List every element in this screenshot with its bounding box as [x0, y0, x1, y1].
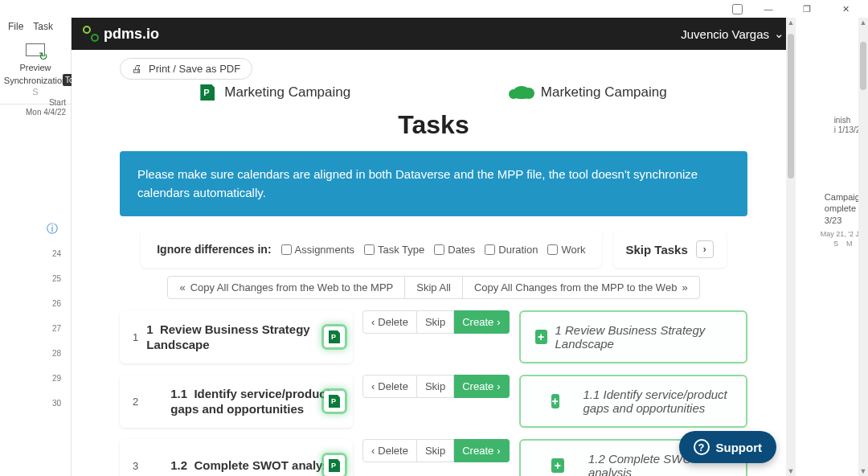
task-actions: ‹DeleteSkipCreate›: [362, 439, 510, 465]
bulk-actions: «Copy All Changes from the Web to the MP…: [120, 276, 747, 299]
user-name: Juvencio Vargas: [681, 27, 769, 41]
preview-sync-icon: ↻: [24, 42, 47, 61]
copy-all-web-to-mpp-button[interactable]: «Copy All Changes from the Web to the MP…: [167, 276, 405, 299]
cloud-icon: [512, 86, 531, 99]
double-chevron-right-icon: »: [682, 281, 687, 293]
task-row: 31.2 Complete SWOT analysis‹DeleteSkipCr…: [120, 439, 747, 476]
print-label: Print / Save as PDF: [149, 63, 240, 75]
web-task-title: 1 Review Business Strategy Landscape: [555, 323, 731, 351]
brand-logo-icon: [83, 26, 99, 42]
timeline-start: StartMon 4/4/22: [26, 98, 66, 117]
chevron-right-icon: ›: [497, 380, 500, 392]
print-save-pdf-button[interactable]: 🖨 Print / Save as PDF: [120, 58, 252, 80]
dialog-scroll-thumb[interactable]: [788, 34, 794, 178]
titlebar-option[interactable]: [732, 4, 743, 14]
dialog-topbar: pdms.io Juvencio Vargas ⌄: [72, 18, 796, 50]
ribbon: File Task ↻ Preview Synchronization S TI…: [0, 18, 72, 476]
mpp-task-card: 31.2 Complete SWOT analysis: [120, 439, 353, 476]
chevron-left-icon: ‹: [371, 380, 375, 392]
ignore-tasktype[interactable]: Task Type: [364, 244, 424, 256]
dialog-scroll-up-icon[interactable]: ▲: [786, 18, 796, 27]
task-index: 2: [133, 396, 138, 408]
mpp-task-card: 21.1 Identify service/product gaps and o…: [120, 375, 353, 428]
plus-icon: +: [535, 330, 547, 344]
ms-project-badge: [324, 455, 345, 476]
ribbon-preview-label2: Synchronization S: [0, 76, 71, 98]
ignore-work-checkbox[interactable]: [547, 244, 558, 255]
window-restore-icon[interactable]: ❐: [794, 4, 820, 14]
web-task-title: 1.1 Identify service/product gaps and op…: [583, 388, 732, 415]
support-label: Support: [716, 441, 763, 454]
chevron-right-icon: ›: [497, 445, 500, 457]
ribbon-tab-task[interactable]: Task: [33, 21, 53, 32]
skip-button[interactable]: Skip: [417, 310, 454, 334]
sync-dialog: pdms.io Juvencio Vargas ⌄ 🖨 Print / Save…: [72, 18, 796, 476]
ignore-differences-card: Ignore differences in: Assignments Task …: [141, 231, 601, 268]
dialog-scrollbar[interactable]: ▲ ▼: [786, 18, 796, 476]
plus-icon: +: [551, 458, 564, 473]
task-title: 1.1 Identify service/product gaps and op…: [146, 386, 340, 417]
skip-tasks-card: Skip Tasks ›: [613, 231, 727, 268]
skip-tasks-label: Skip Tasks: [626, 243, 688, 256]
mpp-campaign: Marketing Campaing: [200, 84, 350, 101]
window-min-icon[interactable]: —: [755, 4, 781, 14]
ignore-duration[interactable]: Duration: [485, 244, 538, 256]
ignore-duration-checkbox[interactable]: [485, 244, 495, 255]
mpp-task-card: 11 Review Business Strategy Landscape: [120, 310, 353, 363]
ignore-assignments-checkbox[interactable]: [281, 244, 292, 255]
task-title: 1 Review Business Strategy Landscape: [146, 322, 340, 353]
gantt-row-numbers: 24252627282930: [21, 241, 61, 416]
create-button[interactable]: Create›: [454, 439, 509, 462]
skip-tasks-next-button[interactable]: ›: [696, 240, 714, 258]
create-button[interactable]: Create›: [454, 375, 509, 398]
task-index: 3: [133, 460, 138, 472]
calendar-warning: Please make sure calendars are aligned i…: [120, 151, 747, 216]
outer-scrollbar[interactable]: ▲ ▼: [858, 18, 868, 476]
web-task-card: +1 Review Business Strategy Landscape: [519, 310, 747, 363]
delete-button[interactable]: ‹Delete: [362, 310, 417, 334]
page-title: Tasks: [120, 110, 747, 140]
delete-button[interactable]: ‹Delete: [362, 439, 417, 462]
brand: pdms.io: [83, 26, 159, 43]
ignore-dates-checkbox[interactable]: [434, 244, 444, 255]
ms-project-icon: [329, 395, 340, 408]
ms-project-icon: [200, 84, 215, 101]
skip-all-button[interactable]: Skip All: [405, 276, 463, 299]
main-area: inishi 1/13/23 Campaignomplete3/23 May 2…: [72, 18, 868, 476]
skip-button[interactable]: Skip: [417, 439, 454, 462]
user-menu[interactable]: Juvencio Vargas ⌄: [681, 27, 784, 41]
ignore-dates[interactable]: Dates: [434, 244, 475, 256]
os-titlebar: — ❐ ✕: [0, 0, 868, 18]
ignore-work[interactable]: Work: [547, 244, 585, 256]
web-campaign: Marketing Campaing: [512, 84, 667, 101]
scroll-thumb[interactable]: [860, 42, 866, 90]
ignore-assignments[interactable]: Assignments: [281, 244, 354, 256]
skip-button[interactable]: Skip: [417, 375, 454, 398]
create-button[interactable]: Create›: [454, 310, 509, 334]
dialog-scroll-down-icon[interactable]: ▼: [786, 466, 796, 476]
copy-all-mpp-to-web-button[interactable]: Copy All Changes from the MPP to the Web…: [463, 276, 700, 299]
titlebar-checkbox[interactable]: [732, 4, 743, 14]
double-chevron-left-icon: «: [179, 281, 185, 293]
brand-text: pdms.io: [104, 26, 159, 43]
plus-icon: +: [551, 394, 559, 408]
ignore-tasktype-checkbox[interactable]: [364, 244, 375, 255]
window-close-icon[interactable]: ✕: [833, 4, 858, 14]
info-icon[interactable]: ⓘ: [47, 222, 58, 236]
delete-button[interactable]: ‹Delete: [362, 375, 417, 398]
task-index: 1: [133, 331, 138, 343]
scroll-down-icon[interactable]: ▼: [858, 466, 868, 476]
ribbon-tab-file[interactable]: File: [8, 21, 23, 32]
chevron-left-icon: ‹: [371, 445, 375, 457]
scroll-up-icon[interactable]: ▲: [858, 18, 868, 27]
web-campaign-name: Marketing Campaing: [541, 84, 667, 101]
mpp-campaign-name: Marketing Campaing: [224, 84, 350, 101]
ribbon-preview-sync-button[interactable]: ↻ Preview Synchronization S: [0, 35, 71, 97]
ms-project-icon: [329, 330, 340, 343]
task-title: 1.2 Complete SWOT analysis: [146, 458, 339, 474]
task-actions: ‹DeleteSkipCreate›: [362, 310, 510, 336]
bg-date-header: May 21, '2 Ju: [821, 230, 863, 238]
support-icon: ?: [694, 439, 710, 455]
support-button[interactable]: ? Support: [679, 431, 777, 463]
chevron-down-icon: ⌄: [774, 27, 784, 41]
